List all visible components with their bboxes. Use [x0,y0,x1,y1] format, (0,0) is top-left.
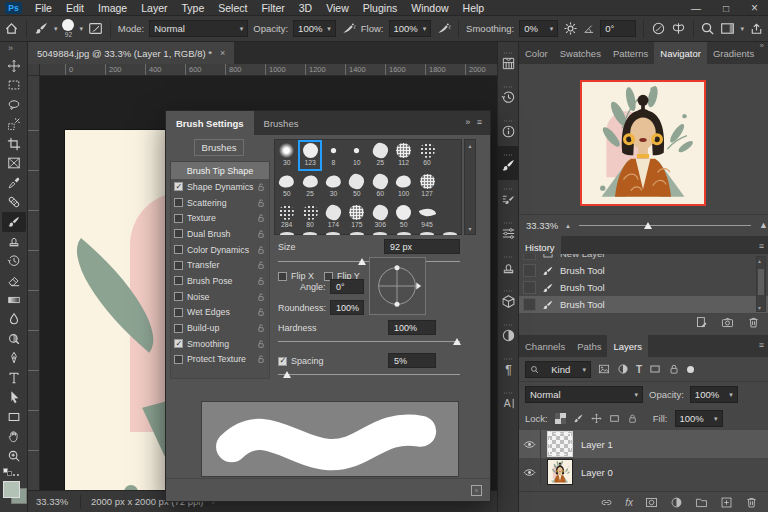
filter-adjustment-layers-icon[interactable] [617,363,629,375]
smoothing-gear-icon[interactable] [563,21,578,36]
lock-icon[interactable] [256,229,266,239]
filter-smart-objects-icon[interactable] [668,363,680,375]
tool-button[interactable] [2,329,26,349]
new-layer-icon[interactable] [720,496,733,509]
history-source-well[interactable] [523,254,536,260]
dock-panel-button[interactable] [497,282,519,316]
layer-visibility-toggle[interactable] [519,430,541,458]
default-colors-icon[interactable] [3,468,12,476]
tool-button[interactable] [2,388,26,408]
dock-panel-button[interactable] [497,180,519,214]
menu-item[interactable]: Select [211,0,254,15]
brush-tool-icon[interactable] [34,21,49,36]
chevron-down-icon[interactable]: ▾ [740,25,744,32]
spacing-checkbox[interactable]: Spacing [278,356,324,366]
brush-option-row[interactable]: Build-up [171,320,269,336]
delete-state-icon[interactable] [747,316,760,329]
tool-button[interactable] [2,95,26,115]
menu-item[interactable]: Help [456,0,492,15]
brush-option-row[interactable]: Brush Pose [171,273,269,289]
dock-panel-button[interactable] [497,78,519,112]
flip-x-checkbox[interactable]: Flip X [278,271,314,281]
brush-preset[interactable]: 50 [392,202,415,233]
brush-preset[interactable]: 10 [345,140,368,171]
tab-brush-settings[interactable]: Brush Settings [166,111,254,135]
tool-button[interactable] [2,212,26,232]
brush-preset[interactable]: 8 [322,140,345,171]
search-icon[interactable] [700,21,715,36]
link-layers-icon[interactable] [600,496,613,509]
tool-button[interactable] [2,349,26,369]
brush-preset[interactable]: 30 [275,140,298,171]
checkbox[interactable] [174,339,183,348]
chevron-down-icon[interactable]: ▾ [79,25,83,32]
spacing-slider[interactable] [278,374,460,375]
history-item-clipped[interactable]: New Layer [519,254,768,262]
dock-panel-button[interactable] [497,384,519,418]
mode-select[interactable]: Normal▾ [149,20,248,37]
history-item[interactable]: Brush Tool [519,262,768,279]
hardness-field[interactable]: 100% [388,320,436,335]
checkbox[interactable] [174,276,183,285]
toggle-brush-settings-icon[interactable] [88,21,103,36]
zoom-in-icon[interactable]: ▲ [759,221,768,230]
history-source-well[interactable] [523,298,536,311]
brush-option-row[interactable]: Wet Edges [171,305,269,321]
lock-position-icon[interactable] [591,413,602,424]
menu-item[interactable]: 3D [292,0,319,15]
lock-transparency-icon[interactable] [555,413,566,424]
panel-tab[interactable]: Patterns [607,42,654,64]
menu-item[interactable]: Layer [134,0,174,15]
layer-visibility-toggle[interactable] [519,458,541,486]
tool-button[interactable] [2,115,26,135]
layer-thumbnail[interactable] [547,431,573,457]
new-snapshot-icon[interactable] [721,316,734,329]
navigator-zoom-slider[interactable] [579,225,751,226]
add-layer-mask-icon[interactable] [645,496,658,509]
checkbox[interactable] [174,308,183,317]
close-icon[interactable]: × [220,48,225,58]
tool-button[interactable] [2,427,26,447]
panel-tab[interactable]: Layers [607,335,648,357]
checkbox[interactable] [174,214,183,223]
minimize-button[interactable]: — [691,3,701,14]
panel-tab[interactable]: Swatches [554,42,607,64]
brush-preset[interactable]: 127 [415,171,438,202]
dock-panel-button[interactable] [497,146,519,180]
panel-menu-icon[interactable]: » ≡ [465,117,484,127]
tool-button[interactable] [2,134,26,154]
menu-item[interactable]: Image [91,0,134,15]
brush-preset[interactable]: 50 [345,171,368,202]
lock-artboard-icon[interactable] [609,413,620,424]
size-field[interactable]: 92 px [384,239,460,254]
close-button[interactable]: × [751,1,758,15]
checkbox[interactable] [174,245,183,254]
tool-button[interactable] [2,446,26,466]
checkbox[interactable] [174,355,183,364]
roundness-field[interactable]: 100% [330,300,364,315]
filter-type-layers-icon[interactable]: T [636,364,642,375]
menu-item[interactable]: Edit [59,0,91,15]
panel-tab[interactable]: Paths [571,335,607,357]
checkbox[interactable] [174,261,183,270]
opacity-field[interactable]: 100%▾ [293,20,336,37]
checkbox[interactable] [174,292,183,301]
checkbox[interactable] [174,182,183,191]
panel-tab[interactable]: Gradients [707,42,760,64]
brush-option-row[interactable]: Protect Texture [171,352,269,368]
home-icon[interactable] [4,21,19,36]
panel-menu-icon[interactable]: ≡ [759,340,763,350]
navigator-thumbnail[interactable] [580,80,706,206]
panel-tab[interactable]: Navigator [654,42,707,64]
menu-item[interactable]: View [319,0,356,15]
brush-preset[interactable]: 175 [345,202,368,233]
brush-preset[interactable]: 174 [322,202,345,233]
tab-brushes[interactable]: Brushes [254,111,309,135]
lock-icon[interactable] [256,307,266,317]
spacing-field[interactable]: 5% [388,353,436,368]
tool-button[interactable] [2,251,26,271]
document-tab[interactable]: 5049884.jpg @ 33.3% (Layer 1, RGB/8) * × [28,42,234,64]
foreground-color-swatch[interactable] [3,481,20,498]
tool-button[interactable] [2,368,26,388]
symmetry-icon[interactable] [651,21,666,36]
